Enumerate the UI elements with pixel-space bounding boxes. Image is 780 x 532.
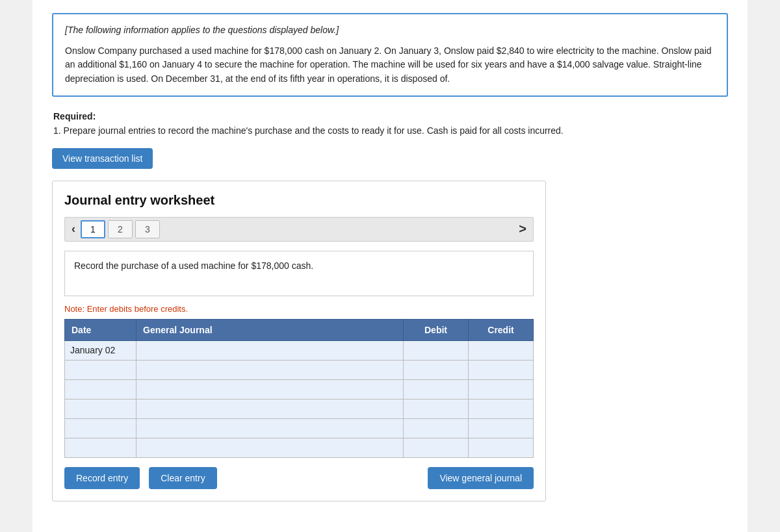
- gj-cell-2[interactable]: [136, 360, 404, 379]
- debit-cell-3[interactable]: [404, 379, 469, 399]
- required-text: 1. Prepare journal entries to record the…: [53, 124, 728, 138]
- header-credit: Credit: [469, 319, 534, 340]
- table-header-row: Date General Journal Debit Credit: [65, 319, 534, 340]
- gj-input-1[interactable]: [136, 341, 403, 360]
- table-row: [65, 399, 534, 418]
- tab-3[interactable]: 3: [135, 220, 160, 238]
- debit-input-5[interactable]: [404, 419, 468, 438]
- date-cell-5: [65, 418, 136, 438]
- next-tab-button[interactable]: >: [515, 222, 530, 236]
- info-box: [The following information applies to th…: [52, 13, 728, 97]
- worksheet-title: Journal entry worksheet: [64, 193, 534, 208]
- debit-cell-2[interactable]: [404, 360, 469, 379]
- header-date: Date: [65, 319, 136, 340]
- info-title: [The following information applies to th…: [65, 23, 715, 38]
- date-cell-2: [65, 360, 136, 379]
- note-text: Note: Enter debits before credits.: [64, 304, 534, 314]
- table-row: January 02: [65, 340, 534, 360]
- gj-cell-4[interactable]: [136, 399, 404, 418]
- credit-cell-2[interactable]: [469, 360, 534, 379]
- gj-input-3[interactable]: [136, 380, 403, 399]
- table-row: [65, 360, 534, 379]
- debit-input-2[interactable]: [404, 361, 468, 379]
- prev-tab-button[interactable]: ‹: [68, 222, 79, 236]
- page-wrapper: [The following information applies to th…: [32, 0, 748, 532]
- date-cell-4: [65, 399, 136, 418]
- info-body: Onslow Company purchased a used machine …: [65, 44, 715, 86]
- header-debit: Debit: [404, 319, 469, 340]
- gj-input-5[interactable]: [136, 419, 403, 438]
- credit-cell-4[interactable]: [469, 399, 534, 418]
- credit-cell-3[interactable]: [469, 379, 534, 399]
- required-section: Required: 1. Prepare journal entries to …: [52, 111, 728, 138]
- date-cell-3: [65, 379, 136, 399]
- debit-cell-4[interactable]: [404, 399, 469, 418]
- journal-table: Date General Journal Debit Credit Januar…: [64, 319, 534, 458]
- gj-cell-3[interactable]: [136, 379, 404, 399]
- debit-cell-1[interactable]: [404, 340, 469, 360]
- worksheet-container: Journal entry worksheet ‹ 1 2 3 > Record…: [52, 181, 546, 501]
- gj-input-2[interactable]: [136, 361, 403, 379]
- credit-cell-1[interactable]: [469, 340, 534, 360]
- tab-navigation: ‹ 1 2 3 >: [64, 217, 534, 242]
- clear-entry-button[interactable]: Clear entry: [149, 467, 216, 489]
- debit-cell-5[interactable]: [404, 418, 469, 438]
- table-row: [65, 418, 534, 438]
- table-row: [65, 379, 534, 399]
- debit-input-4[interactable]: [404, 399, 468, 418]
- credit-input-2[interactable]: [469, 361, 533, 379]
- credit-cell-6[interactable]: [469, 438, 534, 457]
- gj-cell-5[interactable]: [136, 418, 404, 438]
- required-label: Required:: [53, 111, 728, 121]
- gj-input-4[interactable]: [136, 399, 403, 418]
- gj-input-6[interactable]: [136, 438, 403, 457]
- tab-1[interactable]: 1: [81, 220, 105, 238]
- debit-cell-6[interactable]: [404, 438, 469, 457]
- instruction-box: Record the purchase of a used machine fo…: [64, 251, 534, 296]
- record-entry-button[interactable]: Record entry: [64, 467, 140, 489]
- credit-input-4[interactable]: [469, 399, 533, 418]
- view-general-journal-button[interactable]: View general journal: [428, 467, 534, 489]
- header-general-journal: General Journal: [136, 319, 404, 340]
- tab-2[interactable]: 2: [108, 220, 133, 238]
- credit-input-6[interactable]: [469, 438, 533, 457]
- view-transaction-button[interactable]: View transaction list: [52, 148, 153, 169]
- debit-input-3[interactable]: [404, 380, 468, 399]
- action-buttons: Record entry Clear entry View general jo…: [64, 467, 534, 489]
- gj-cell-6[interactable]: [136, 438, 404, 457]
- debit-input-1[interactable]: [404, 341, 468, 360]
- gj-cell-1[interactable]: [136, 340, 404, 360]
- date-cell-6: [65, 438, 136, 457]
- credit-input-1[interactable]: [469, 341, 533, 360]
- credit-input-5[interactable]: [469, 419, 533, 438]
- instruction-text: Record the purchase of a used machine fo…: [74, 260, 313, 271]
- date-cell-1: January 02: [65, 340, 136, 360]
- debit-input-6[interactable]: [404, 438, 468, 457]
- credit-input-3[interactable]: [469, 380, 533, 399]
- credit-cell-5[interactable]: [469, 418, 534, 438]
- table-row: [65, 438, 534, 457]
